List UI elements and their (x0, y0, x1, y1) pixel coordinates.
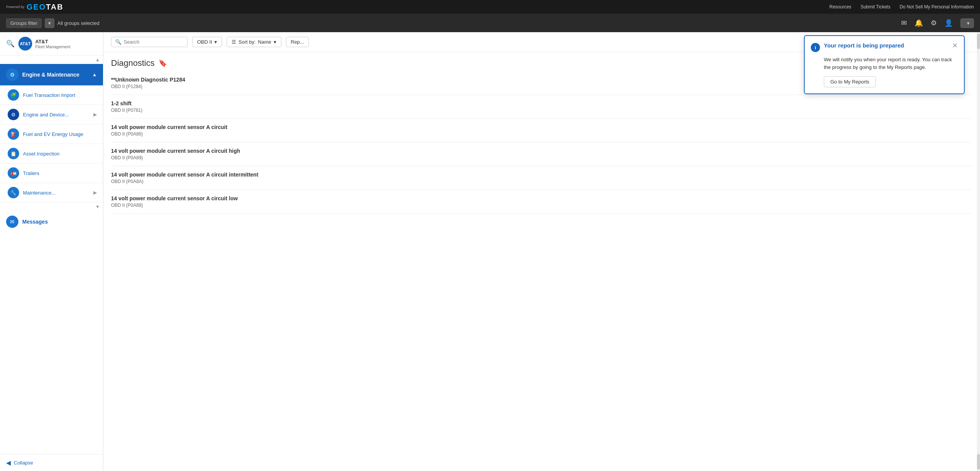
obd-filter-arrow: ▾ (214, 39, 217, 45)
bookmark-icon[interactable]: 🔖 (158, 59, 167, 67)
sidebar-item-fuel-ev[interactable]: ⛽ Fuel and EV Energy Usage (0, 124, 103, 144)
collapse-arrow-icon: ◀ (6, 459, 11, 466)
report-label: Rep... (291, 39, 304, 45)
sidebar-item-engine-device[interactable]: ⚙ Engine and Device... ▶ (0, 105, 103, 124)
company-header: 🔍 AT&T AT&T Fleet Management (0, 32, 103, 56)
groups-filter-dropdown[interactable]: ▾ (45, 18, 54, 28)
diagnostic-item-4[interactable]: 14 volt power module current sensor A ci… (111, 166, 972, 190)
search-button[interactable]: 🔍 (6, 39, 15, 48)
maintenance-label: Maintenance... (23, 190, 90, 196)
sidebar-messages[interactable]: ✉ Messages (0, 211, 103, 232)
company-logo-circle: AT&T (18, 37, 32, 51)
notification-popup: i Your report is being prepared ✕ We wil… (804, 35, 965, 94)
engine-section-icon: ⚙ (6, 69, 18, 81)
submit-tickets-link[interactable]: Submit Tickets (861, 4, 890, 10)
do-not-sell-link[interactable]: Do Not Sell My Personal Information (900, 4, 974, 10)
diagnostic-item-3[interactable]: 14 volt power module current sensor A ci… (111, 142, 972, 166)
engine-icon: ⚙ (10, 72, 15, 78)
sidebar-item-trailers[interactable]: 🚛 Trailers (0, 164, 103, 183)
messages-icon: ✉ (6, 216, 18, 228)
fuel-ev-label: Fuel and EV Energy Usage (23, 131, 97, 137)
groups-filter-area: Groups filter ▾ All groups selected (6, 18, 100, 28)
diagnostic-code-3: OBD II (P0A89) (111, 155, 972, 160)
logo: Powered by GEOTAB (6, 3, 64, 11)
company-subtitle: Fleet Management (35, 44, 70, 49)
go-to-my-reports-button[interactable]: Go to My Reports (824, 76, 876, 87)
notification-bell-button[interactable]: 🔔 (915, 19, 923, 27)
scrollbar-track (977, 32, 980, 471)
sidebar-collapse-button[interactable]: ◀ Collapse (0, 454, 103, 471)
scrollbar-thumb-top[interactable] (977, 34, 980, 49)
notification-info-icon: i (811, 43, 820, 52)
sidebar-item-maintenance[interactable]: 🔧 Maintenance... ▶ (0, 183, 103, 203)
scroll-up-button[interactable]: ▲ (95, 57, 100, 62)
obd-filter-button[interactable]: OBD II ▾ (192, 37, 222, 47)
scroll-up-area: ▲ (0, 56, 103, 64)
notification-title: Your report is being prepared (824, 42, 948, 49)
engine-section-chevron: ▲ (92, 72, 97, 77)
diagnostic-code-5: OBD II (P0A88) (111, 203, 972, 208)
geo-text: GEO (27, 3, 46, 11)
diagnostic-name-1: 1-2 shift (111, 100, 972, 106)
topbar-left: Powered by GEOTAB (6, 3, 64, 11)
powered-by-text: Powered by (6, 5, 24, 9)
all-groups-text: All groups selected (57, 20, 100, 26)
diagnostic-item-1[interactable]: 1-2 shift OBD II (P0781) (111, 95, 972, 119)
geotab-logo: GEOTAB (27, 3, 64, 11)
mail-icon-button[interactable]: ✉ (901, 19, 907, 27)
maintenance-arrow: ▶ (93, 190, 97, 195)
diagnostic-item-5[interactable]: 14 volt power module current sensor A ci… (111, 190, 972, 214)
diagnostic-name-3: 14 volt power module current sensor A ci… (111, 148, 972, 154)
diagnostic-name-5: 14 volt power module current sensor A ci… (111, 195, 972, 201)
topbar-icons: ✉ 🔔 ⚙ 👤 ▾ (901, 18, 974, 28)
resources-link[interactable]: Resources (830, 4, 851, 10)
engine-maintenance-header[interactable]: ⚙ Engine & Maintenance ▲ (0, 64, 103, 85)
company-name: AT&T (35, 39, 70, 44)
maintenance-icon: 🔧 (8, 187, 19, 198)
company-details: AT&T Fleet Management (35, 39, 70, 49)
sort-button[interactable]: ☰ Sort by: Name ▾ (227, 37, 281, 47)
sort-label: Sort by: (238, 39, 256, 45)
search-box[interactable]: 🔍 (111, 37, 188, 47)
engine-device-label: Engine and Device... (23, 112, 90, 118)
diagnostic-name-4: 14 volt power module current sensor A ci… (111, 172, 972, 178)
scroll-down-button[interactable]: ▼ (95, 204, 100, 209)
engine-section-title: Engine & Maintenance (22, 72, 88, 78)
diagnostic-code-2: OBD II (P0A86) (111, 131, 972, 137)
company-logo-text: AT&T (20, 41, 31, 46)
company-info: AT&T AT&T Fleet Management (18, 37, 70, 51)
report-button[interactable]: Rep... (286, 37, 309, 47)
diagnostic-name-2: 14 volt power module current sensor A ci… (111, 124, 972, 130)
diagnostic-item-2[interactable]: 14 volt power module current sensor A ci… (111, 119, 972, 142)
fuel-transaction-icon: 🧩 (8, 89, 19, 101)
scrollbar-thumb-bottom[interactable] (977, 454, 980, 469)
sidebar-item-asset-inspection[interactable]: 📋 Asset Inspection (0, 144, 103, 164)
scroll-down-area: ▼ (0, 203, 103, 211)
topbar: Powered by GEOTAB Resources Submit Ticke… (0, 0, 980, 14)
asset-inspection-icon: 📋 (8, 148, 19, 159)
sidebar-item-fuel-transaction[interactable]: 🧩 Fuel Transaction Import (0, 85, 103, 105)
search-input[interactable] (124, 39, 183, 45)
diagnostic-code-1: OBD II (P0781) (111, 108, 972, 113)
notification-body: We will notify you when your report is r… (824, 56, 958, 71)
user-profile-button[interactable]: 👤 (944, 19, 953, 27)
sort-arrow: ▾ (274, 39, 276, 45)
notification-close-button[interactable]: ✕ (952, 42, 958, 49)
groups-filter-button[interactable]: Groups filter (6, 18, 42, 28)
diagnostic-code-4: OBD II (P0A8A) (111, 179, 972, 184)
user-dropdown-button[interactable]: ▾ (960, 18, 974, 28)
settings-gear-button[interactable]: ⚙ (931, 19, 937, 27)
fuel-transaction-label: Fuel Transaction Import (23, 92, 97, 98)
collapse-label: Collapse (14, 460, 33, 466)
sort-value: Name (258, 39, 271, 45)
fuel-ev-icon: ⛽ (8, 128, 19, 140)
content-area: 🔍 OBD II ▾ ☰ Sort by: Name ▾ Rep... Diag… (103, 32, 980, 471)
obd-filter-label: OBD II (197, 39, 212, 45)
sidebar: 🔍 AT&T AT&T Fleet Management ▲ ⚙ Engine … (0, 32, 103, 471)
engine-device-icon: ⚙ (8, 109, 19, 120)
notification-header: i Your report is being prepared ✕ (811, 42, 958, 52)
trailers-icon: 🚛 (8, 167, 19, 179)
tab-text: TAB (46, 3, 64, 11)
messages-label: Messages (22, 219, 48, 225)
secondbar: Groups filter ▾ All groups selected ✉ 🔔 … (0, 14, 980, 32)
